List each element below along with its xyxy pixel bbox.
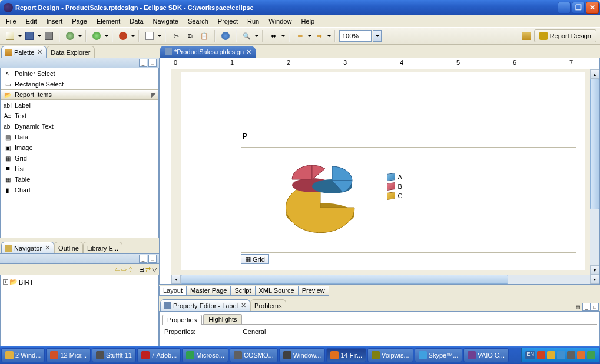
run-button[interactable] (90, 29, 103, 42)
menu-file[interactable]: File (2, 16, 20, 26)
search-dropdown[interactable] (254, 34, 258, 39)
tab-master-page[interactable]: Master Page (186, 286, 231, 296)
tab-navigator[interactable]: Navigator✕ (1, 242, 54, 253)
copy-button[interactable]: ⧉ (184, 29, 197, 42)
minimize-view-button[interactable]: _ (139, 59, 147, 67)
nav-back-icon[interactable]: ⇦ (115, 266, 120, 273)
view-menu-button[interactable]: ▤ (574, 303, 582, 311)
back-button[interactable]: ⬅ (293, 29, 306, 42)
subtab-properties[interactable]: Properties (162, 315, 202, 325)
print-button[interactable] (42, 29, 55, 42)
report-page[interactable]: A B C ▦Grid (181, 72, 585, 270)
grid-element[interactable]: A B C (241, 147, 576, 253)
palette-pointer-select[interactable]: ↖Pointer Select (1, 68, 158, 79)
palette-dynamic-text[interactable]: ab|Dynamic Text (1, 121, 158, 132)
palette-data[interactable]: ▤Data (1, 132, 158, 142)
menu-page[interactable]: Page (68, 16, 91, 26)
palette-grid[interactable]: ▦Grid (1, 153, 158, 163)
back-dropdown[interactable] (307, 34, 311, 39)
close-button[interactable]: ✕ (586, 2, 599, 14)
maximize-view-button[interactable]: □ (148, 59, 157, 67)
menu-window[interactable]: Window (265, 16, 295, 26)
menu-insert[interactable]: Insert (43, 16, 67, 26)
taskbar-item[interactable]: Window... (279, 348, 326, 362)
tab-problems[interactable]: Problems (250, 299, 286, 311)
palette-chart[interactable]: ▮Chart (1, 185, 158, 195)
subtab-highlights[interactable]: Highlights (203, 314, 242, 324)
paste-button[interactable]: 📋 (198, 29, 211, 42)
editor-tab-productsales[interactable]: *ProductSales.rptdesign ✕ (160, 46, 256, 58)
tab-property-editor[interactable]: Property Editor - Label✕ (160, 299, 250, 311)
expand-icon[interactable]: + (3, 279, 8, 285)
tab-outline[interactable]: Outline (54, 242, 83, 253)
menu-edit[interactable]: Edit (22, 16, 41, 26)
palette-label[interactable]: abILabel (1, 100, 158, 111)
tray-language[interactable]: EN (525, 351, 535, 359)
ext-tools-button[interactable] (117, 29, 130, 42)
taskbar-item[interactable]: Skype™... (415, 348, 463, 362)
tab-xml-source[interactable]: XML Source (255, 286, 299, 296)
system-tray[interactable]: EN (521, 348, 599, 362)
scroll-thumb[interactable] (590, 79, 599, 209)
ext-tools-dropdown[interactable] (131, 34, 135, 39)
nav-button[interactable]: ⬌ (267, 29, 280, 42)
taskbar-item[interactable]: Voipwis... (367, 348, 413, 362)
nav-up-icon[interactable]: ⇧ (128, 266, 133, 273)
taskbar-item[interactable]: Microso... (182, 348, 228, 362)
palette-section-report-items[interactable]: 📂Report Items◤ (1, 89, 158, 100)
cut-button[interactable]: ✂ (170, 29, 183, 42)
scroll-thumb[interactable] (181, 275, 508, 284)
menu-project[interactable]: Project (214, 16, 241, 26)
pin-icon[interactable]: ◤ (151, 91, 156, 99)
close-icon[interactable]: ✕ (45, 244, 50, 252)
new-report-button[interactable] (143, 29, 156, 42)
minimize-button[interactable]: _ (558, 2, 571, 14)
tray-icon[interactable] (547, 351, 555, 359)
tab-palette[interactable]: Palette✕ (1, 46, 47, 58)
maximize-button[interactable]: ❐ (572, 2, 585, 14)
menu-navigate[interactable]: Navigate (150, 16, 182, 26)
vertical-scrollbar[interactable]: ▴ ▾ (590, 69, 599, 275)
new-button[interactable] (4, 29, 16, 42)
menu-help[interactable]: Help (297, 16, 318, 26)
maximize-view-button[interactable]: □ (591, 303, 599, 311)
toggle-button[interactable] (219, 29, 232, 42)
tray-icon[interactable] (587, 351, 595, 359)
close-icon[interactable]: ✕ (246, 48, 251, 56)
new-dropdown[interactable] (18, 34, 22, 39)
menu-run[interactable]: Run (244, 16, 263, 26)
tray-icon[interactable] (537, 351, 545, 359)
debug-dropdown[interactable] (78, 34, 82, 39)
tab-data-explorer[interactable]: Data Explorer (47, 46, 94, 58)
horizontal-scrollbar[interactable]: ◂ ▸ (171, 275, 599, 284)
menu-search[interactable]: Search (184, 16, 212, 26)
palette-rectangle-select[interactable]: ▭Rectangle Select (1, 79, 158, 89)
palette-table[interactable]: ▦Table (1, 174, 158, 185)
scroll-down-button[interactable]: ▾ (590, 265, 599, 275)
save-button[interactable] (23, 29, 36, 42)
tray-icon[interactable] (577, 351, 585, 359)
palette-list[interactable]: ≣List (1, 163, 158, 174)
label-input[interactable] (241, 131, 576, 142)
grid-breadcrumb[interactable]: ▦Grid (241, 254, 269, 264)
taskbar-item[interactable]: StuffIt 11 (92, 348, 136, 362)
close-icon[interactable]: ✕ (241, 302, 246, 309)
perspective-switcher[interactable] (520, 29, 533, 42)
minimize-view-button[interactable]: _ (582, 303, 591, 311)
taskbar-item[interactable]: COSMO... (230, 348, 278, 362)
new-report-dropdown[interactable] (157, 34, 161, 39)
menu-data[interactable]: Data (126, 16, 147, 26)
nav-fwd-icon[interactable]: ⇨ (121, 266, 127, 273)
minimize-view-button[interactable]: _ (139, 255, 147, 263)
collapse-all-icon[interactable]: ⊟ (139, 266, 144, 273)
label-edit-cell[interactable] (241, 131, 576, 142)
tray-icon[interactable] (557, 351, 565, 359)
tray-icon[interactable] (567, 351, 575, 359)
debug-button[interactable] (64, 29, 77, 42)
empty-grid-cell[interactable] (409, 148, 576, 252)
scroll-right-button[interactable]: ▸ (590, 275, 599, 284)
tab-script[interactable]: Script (230, 286, 255, 296)
tab-layout[interactable]: Layout (159, 286, 187, 296)
nav-dropdown[interactable] (281, 34, 285, 39)
menu-element[interactable]: Element (93, 16, 124, 26)
